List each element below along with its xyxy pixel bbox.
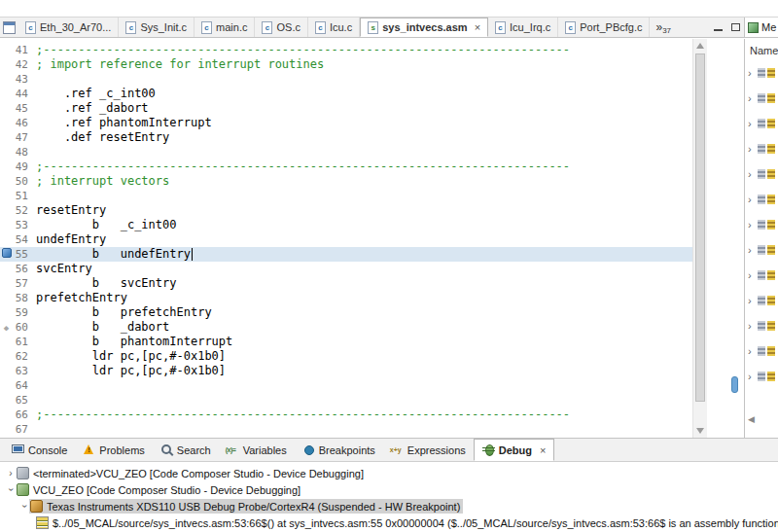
memory-row[interactable]: ›	[745, 161, 778, 187]
debug-tree-row[interactable]: › Texas Instruments XDS110 USB Debug Pro…	[0, 498, 778, 514]
view-tab[interactable]: Expressions ×	[383, 439, 474, 461]
view-tab[interactable]: Console ×	[4, 439, 75, 461]
chevron-right-icon[interactable]: ›	[748, 371, 756, 382]
chevron-right-icon[interactable]: ›	[748, 168, 756, 180]
memory-row[interactable]: ›	[745, 237, 778, 263]
view-tab[interactable]: Variables ×	[219, 439, 295, 461]
gutter-marker[interactable]	[0, 247, 13, 262]
code-line[interactable]: 46 .ref phantomInterrupt	[0, 116, 692, 130]
chevron-right-icon[interactable]: ›	[748, 143, 756, 155]
code-line[interactable]: 52 resetEntry	[0, 203, 692, 218]
scrollbar-thumb[interactable]	[695, 53, 705, 402]
tab-close-icon[interactable]: ×	[475, 21, 480, 33]
chevron-right-icon[interactable]: ›	[748, 244, 756, 256]
code-line[interactable]: 63 ldr pc,[pc,#-0x1b0]	[0, 364, 692, 378]
code-line[interactable]: 61 b phantomInterrupt	[0, 335, 692, 349]
chevron-right-icon[interactable]: ›	[748, 194, 756, 205]
code-line[interactable]: 60 b _dabort	[0, 320, 692, 335]
chevron-right-icon[interactable]: ›	[748, 269, 756, 281]
tree-chevron-icon[interactable]: ›	[6, 485, 17, 495]
line-number: 50	[13, 174, 36, 189]
chevron-right-icon[interactable]: ›	[748, 320, 756, 332]
code-line[interactable]: 41 ;------------------------------------…	[0, 43, 692, 57]
line-text: b _c_int00	[36, 218, 177, 232]
editor-tab[interactable]: main.c ×	[194, 18, 255, 37]
debug-tree-row[interactable]: $../05_MCAL/source/sys_intvecs.asm:53:66…	[0, 514, 778, 531]
code-line[interactable]: 58 prefetchEntry	[0, 291, 692, 305]
code-line[interactable]: 64	[0, 378, 692, 393]
editor-tab[interactable]: Port_PBcfg.c ×	[558, 18, 650, 37]
code-line[interactable]: 62 ldr pc,[pc,#-0x1b0]	[0, 349, 692, 364]
tab-close-icon[interactable]: ×	[540, 444, 546, 456]
chevron-right-icon[interactable]: ›	[748, 67, 756, 79]
memory-row[interactable]: ›	[745, 60, 778, 86]
view-tab[interactable]: Debug ×	[474, 439, 555, 461]
name-column-header: Name	[745, 39, 778, 60]
chevron-right-icon[interactable]: ›	[748, 345, 756, 357]
code-line[interactable]: 53 b _c_int00	[0, 218, 692, 232]
memory-row[interactable]: ›	[745, 338, 778, 364]
chevron-right-icon[interactable]: ›	[748, 118, 756, 129]
line-number: 53	[13, 218, 36, 232]
editor-scrollbar[interactable]	[692, 39, 707, 438]
tab-overflow-chevron[interactable]: » 37	[650, 18, 677, 37]
debug-tree-row[interactable]: › VCU_ZEO [Code Composer Studio - Device…	[0, 481, 778, 498]
file-type-icon	[262, 21, 272, 34]
memory-row[interactable]: ›	[745, 136, 778, 161]
memory-row[interactable]: ›	[745, 364, 778, 389]
chevron-right-icon[interactable]: ›	[748, 219, 756, 231]
editor-tabbar: Eth_30_Ar70... × Sys_Init.c × main.c ×	[0, 17, 778, 38]
code-line[interactable]: 44 .ref _c_int00	[0, 87, 692, 101]
debug-node-label: VCU_ZEO [Code Composer Studio - Device D…	[33, 484, 301, 496]
code-line[interactable]: 45 .ref _dabort	[0, 101, 692, 116]
scroll-up-icon[interactable]	[696, 43, 704, 49]
code-line[interactable]: 66 ;------------------------------------…	[0, 408, 692, 422]
code-line[interactable]: 42 ; import reference for interrupt rout…	[0, 57, 692, 72]
code-line[interactable]: 50 ; interrupt vectors	[0, 174, 692, 189]
code-line[interactable]: 57 b svcEntry	[0, 276, 692, 291]
code-line[interactable]: 54 undefEntry	[0, 232, 692, 247]
register-group-icon	[758, 346, 765, 356]
tree-chevron-icon[interactable]: ›	[6, 468, 16, 479]
memory-row[interactable]: ›	[745, 212, 778, 237]
code-line[interactable]: 67	[0, 422, 692, 437]
editor-tab[interactable]: Sys_Init.c ×	[119, 18, 194, 37]
code-line[interactable]: 55 b undefEntry	[0, 247, 692, 262]
code-line[interactable]: 59 b prefetchEntry	[0, 305, 692, 320]
memory-row[interactable]: ›	[745, 313, 778, 338]
maximize-button[interactable]	[726, 18, 744, 37]
tree-chevron-icon[interactable]: ›	[19, 502, 30, 512]
code-line[interactable]: 43	[0, 72, 692, 87]
editor-tab[interactable]: Icu.c ×	[308, 18, 360, 37]
memory-row[interactable]: ›	[745, 86, 778, 111]
code-line[interactable]: 47 .def resetEntry	[0, 130, 692, 145]
panel-scrollbar-thumb[interactable]	[731, 376, 738, 393]
code-line[interactable]: 65	[0, 393, 692, 408]
editor-tab[interactable]: OS.c ×	[255, 18, 307, 37]
debug-tree-row[interactable]: › <terminated>VCU_ZEO [Code Composer Stu…	[0, 465, 778, 481]
editor-tab[interactable]: Icu_Irq.c ×	[488, 18, 558, 37]
chevron-right-icon[interactable]: ›	[748, 92, 756, 104]
memory-row[interactable]: ›	[745, 187, 778, 212]
minimize-button[interactable]	[709, 18, 726, 37]
gutter-marker[interactable]	[0, 320, 13, 336]
view-tab[interactable]: Problems ×	[75, 439, 152, 461]
code-editor[interactable]: 41 ;------------------------------------…	[0, 39, 692, 438]
editor-tab[interactable]: sys_intvecs.asm ×	[360, 18, 488, 37]
code-line[interactable]: 51	[0, 189, 692, 203]
view-tab[interactable]: Search ×	[153, 439, 219, 461]
collapse-left-icon[interactable]: ◀	[748, 414, 755, 424]
memory-row[interactable]: ›	[745, 288, 778, 313]
right-panel-tab[interactable]: Me	[744, 18, 778, 37]
code-line[interactable]: 56 svcEntry	[0, 262, 692, 276]
code-line[interactable]: 49 ;------------------------------------…	[0, 160, 692, 174]
scroll-down-icon[interactable]	[696, 428, 704, 434]
line-number: 49	[13, 160, 36, 174]
editor-tab[interactable]: Eth_30_Ar70... ×	[18, 18, 119, 37]
chevron-right-icon[interactable]: ›	[748, 295, 756, 306]
memory-row[interactable]: ›	[745, 111, 778, 136]
memory-row[interactable]: ›	[745, 263, 778, 288]
code-line[interactable]: 48	[0, 145, 692, 160]
view-tab[interactable]: Breakpoints ×	[295, 439, 383, 461]
line-text: .def resetEntry	[36, 130, 169, 145]
